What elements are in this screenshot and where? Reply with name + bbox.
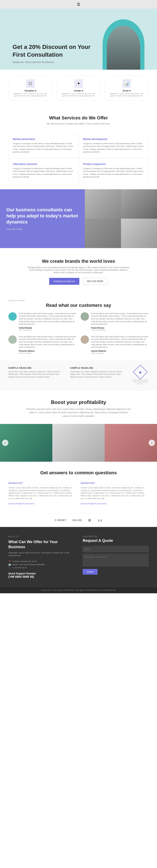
logo-signet: S SIGNET bbox=[55, 519, 66, 522]
location-icon: 📍 bbox=[8, 560, 11, 563]
footer-offer-title: What Can We Offer for Your Business bbox=[8, 539, 74, 550]
hero-subtitle: Sample text. Click to select the Text El… bbox=[12, 61, 103, 63]
hero-text: Get a 20% Discount on Your First Consult… bbox=[12, 43, 103, 70]
footer: NAV.1 TIT What Can We Offer for Your Bus… bbox=[0, 527, 157, 587]
market-development-title: Market development bbox=[83, 138, 145, 141]
sample-right-headline: SAMPLE HEADLINE bbox=[70, 367, 128, 369]
see-work-button[interactable]: SEE OUR WORK bbox=[82, 278, 108, 285]
visualize-icon: ⬡ bbox=[26, 79, 35, 88]
faq-item-2: Question two? Answer: Lorem ipsum dolor … bbox=[81, 482, 149, 505]
hamburger-icon[interactable]: ☰ bbox=[77, 2, 80, 7]
testimonials-image-note: Image from Freepik bbox=[8, 300, 149, 302]
logo-mountains: ∧∧ bbox=[97, 518, 102, 522]
grow-desc: Sample text. Click to select the text bo… bbox=[108, 93, 145, 97]
hero-image bbox=[103, 19, 145, 70]
product-expansion-title: Product expansion bbox=[83, 163, 145, 165]
sample-icon-area: ◆ Click again or double click to start e… bbox=[132, 367, 149, 385]
sample-left-headline: SAMPLE HEADLINE bbox=[8, 367, 66, 369]
testimonial-role-2: Financial Director bbox=[91, 329, 149, 331]
testimonial-role-3: Sales Manager bbox=[19, 352, 76, 354]
faq-link-2[interactable]: Quisque fringilla sit amet dolor? bbox=[81, 503, 107, 505]
testimonial-text-1: Proin sed libero enim sed faucibus turpi… bbox=[19, 312, 76, 326]
consultant-image-1 bbox=[85, 189, 121, 219]
testimonial-name-3: Phoenix Nelson bbox=[19, 350, 76, 352]
logo-balvin: BALVIN bbox=[73, 519, 82, 522]
footer-phone: 📞 +1 222 543 53 44 bbox=[8, 567, 74, 569]
sample-right-text: Justo donec enim diam vulputate ut phare… bbox=[70, 370, 128, 378]
services-section: What Services do We Offer We will send y… bbox=[0, 107, 157, 131]
testimonial-2: Proin sed libero enim sed faucibus turpi… bbox=[81, 312, 149, 331]
faq-question-2: Question two? bbox=[81, 482, 149, 485]
boost-section: Boost your profitability Phasellus posue… bbox=[0, 391, 157, 424]
testimonials-grid: Proin sed libero enim sed faucibus turpi… bbox=[8, 312, 149, 354]
consultant-image-4 bbox=[121, 219, 157, 248]
faq-grid: Question one? Answer: Lorem ipsum dolor … bbox=[8, 482, 149, 505]
location-icon-2: 🏢 bbox=[8, 563, 11, 566]
footer-bottom: Sample text. Click to select the text bo… bbox=[0, 587, 157, 593]
faq-link-1[interactable]: Quisque fringilla sit amet dolor? bbox=[8, 503, 35, 505]
market-development-desc: Congue ac consequat ac felis donec at od… bbox=[83, 142, 145, 154]
testimonial-role-1: CEO Mailchimp bbox=[19, 329, 76, 331]
testimonial-avatar-3 bbox=[8, 335, 17, 344]
footer-quick-support-number: (+99 6984 5698 56) bbox=[8, 575, 74, 579]
visualize-title: Visualize it bbox=[12, 89, 49, 92]
faq-title: Get answers to common questions bbox=[8, 470, 149, 475]
diamond-icon: ◆ bbox=[133, 365, 148, 379]
boost-title: Boost your profitability bbox=[8, 399, 149, 405]
brands-title: We create brands the world loves bbox=[8, 258, 149, 264]
consultants-section: Our business consultants can help you ad… bbox=[0, 189, 157, 248]
service-cards: Market penetration Congue ac consequat a… bbox=[0, 131, 157, 189]
service-card-market-penetration: Market penetration Congue ac consequat a… bbox=[8, 133, 79, 158]
faq-answer-2: Answer: Lorem ipsum dolor sit amet, cons… bbox=[81, 487, 149, 500]
footer-quick-support-label: Quick Support Number bbox=[8, 572, 74, 575]
footer-submit-button[interactable]: Submit bbox=[83, 569, 97, 575]
consultant-image-3 bbox=[85, 219, 121, 248]
carousel-next-button[interactable]: › bbox=[149, 440, 155, 446]
consultants-images bbox=[85, 189, 157, 248]
service-card-market-development: Market development Congue ac consequat a… bbox=[79, 133, 149, 158]
testimonial-3: Proin sed libero enim sed faucibus turpi… bbox=[8, 335, 76, 354]
footer-content-label: CONTENT ON bbox=[83, 535, 149, 537]
testimonial-avatar-1 bbox=[8, 312, 17, 321]
testimonial-avatar-4 bbox=[81, 335, 89, 344]
sample-icon-hint: Click again or double click to start edi… bbox=[132, 379, 149, 385]
create-title: Create it bbox=[60, 89, 97, 92]
brands-section: We create brands the world loves Designs… bbox=[0, 248, 157, 291]
service-icon-create: ✦ Create it Sample text. Click to select… bbox=[56, 76, 101, 100]
site-header: ☰ bbox=[0, 0, 157, 9]
footer-right: CONTENT ON Request A Quote Submit bbox=[83, 535, 149, 579]
logos-bar: S SIGNET BALVIN ⊕ ∧∧ bbox=[0, 514, 157, 527]
create-desc: Sample text. Click to select the text bo… bbox=[60, 93, 97, 97]
testimonial-1: Proin sed libero enim sed faucibus turpi… bbox=[8, 312, 76, 331]
footer-name-input[interactable] bbox=[83, 546, 149, 552]
footer-message-input[interactable] bbox=[83, 554, 149, 566]
consultant-image-2 bbox=[121, 189, 157, 219]
testimonial-name-4: Jennie Roberts bbox=[91, 350, 149, 352]
logo-icon: ⊕ bbox=[88, 518, 91, 523]
hero-title: Get a 20% Discount on Your First Consult… bbox=[12, 43, 103, 59]
consultants-image-note: Image from Freepik bbox=[6, 228, 79, 230]
grow-icon: 📊 bbox=[122, 79, 131, 88]
testimonial-avatar-2 bbox=[81, 312, 89, 321]
product-expansion-desc: Congue ac consequat ac felis donec at od… bbox=[83, 167, 145, 179]
visualize-desc: Sample text. Click to select the text bo… bbox=[12, 93, 49, 97]
carousel-item-2 bbox=[52, 424, 105, 462]
faq-item-1: Question one? Answer: Lorem ipsum dolor … bbox=[8, 482, 76, 505]
brands-description: Designstudio is an international brand a… bbox=[26, 266, 131, 274]
sample-section: SAMPLE HEADLINE Justo donec enim diam vu… bbox=[0, 361, 157, 391]
footer-left: NAV.1 TIT What Can We Offer for Your Bus… bbox=[8, 535, 74, 579]
footer-offer-description: Subheader. Click to select the text box.… bbox=[8, 552, 74, 557]
boost-description: Phasellus posuere lorem and nunc ornare … bbox=[26, 407, 131, 418]
footer-form-title: Request A Quote bbox=[83, 538, 149, 543]
grow-title: Grow it bbox=[108, 89, 145, 92]
carousel-prev-button[interactable]: ‹ bbox=[2, 440, 8, 446]
faq-answer-1: Answer: Lorem ipsum dolor sit amet, cons… bbox=[8, 487, 76, 500]
consultants-headline: Our business consultants can help you ad… bbox=[6, 207, 79, 225]
sample-left-text: Justo donec enim diam vulputate ut phare… bbox=[8, 370, 66, 378]
testimonials-section: Image from Freepik Read what our custome… bbox=[0, 291, 157, 361]
services-title: What Services do We Offer bbox=[8, 115, 149, 121]
service-icon-grow: 📊 Grow it Sample text. Click to select t… bbox=[105, 76, 149, 100]
contact-button[interactable]: hello@myconsulta.com bbox=[49, 278, 79, 285]
carousel-section: ‹ › bbox=[0, 424, 157, 462]
testimonial-name-1: Celia Almeda bbox=[19, 327, 76, 329]
